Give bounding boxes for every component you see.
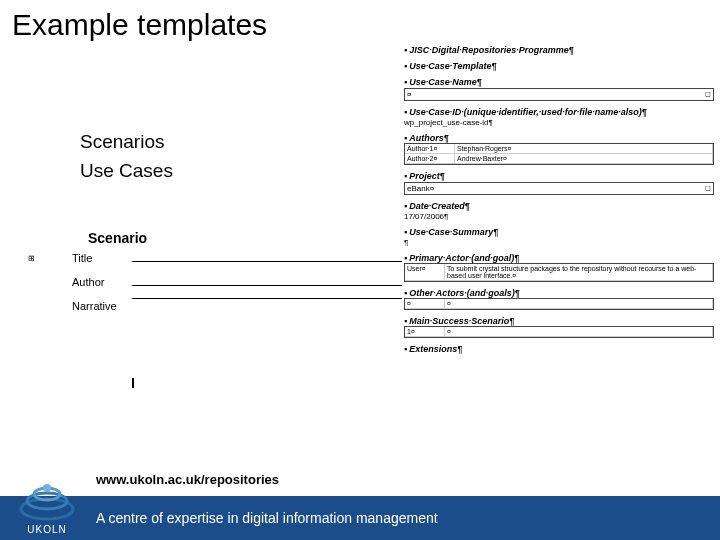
footer-subtitle: A centre of expertise in digital informa… <box>96 510 438 526</box>
table-cell: Stephan·Rogers¤ <box>455 144 713 154</box>
uc-authors-table: Author·1¤ Stephan·Rogers¤ Author·2¤ Andr… <box>404 143 714 165</box>
scenario-template-fragment: Scenario ⊞ Title Author Narrative <box>20 230 410 388</box>
uc-name-field: ¤◻ <box>404 88 714 101</box>
uc-other-actors-table: ¤ ¤ <box>404 298 714 310</box>
footer-blue-band: A centre of expertise in digital informa… <box>0 496 720 540</box>
svg-point-3 <box>43 484 51 492</box>
uc-head-main-scenario: ▪Main·Success·Scenario¶ <box>404 316 714 326</box>
uc-head-primary-actor: ▪Primary·Actor·(and·goal)¶ <box>404 253 714 263</box>
scenario-field-title: Title <box>72 250 132 264</box>
uc-head-name: ▪Use·Case·Name¶ <box>404 77 714 87</box>
uc-head-id: ▪Use·Case·ID·(unique·identifier,·used·fo… <box>404 107 714 117</box>
use-case-template-fragment: ▪JISC·Digital·Repositories·Programme¶ ▪U… <box>404 45 714 360</box>
scenario-heading: Scenario <box>88 230 410 246</box>
uc-head-date: ▪Date·Created¶ <box>404 201 714 211</box>
scenario-field-author: Author <box>72 274 132 288</box>
uc-head-project: ▪Project¶ <box>404 171 714 181</box>
bullet-scenarios: Scenarios <box>80 128 173 157</box>
table-cell: Author·1¤ <box>405 144 455 154</box>
grid-mark-icon: ⊞ <box>20 250 72 263</box>
slide-title-area: Example templates <box>0 0 720 50</box>
uc-project-field: eBank¤◻ <box>404 182 714 195</box>
swirl-icon <box>17 479 77 523</box>
uc-id-value: wp_project_use-case-id¶ <box>404 118 714 127</box>
uc-head-other-actors: ▪Other·Actors·(and·goals)¶ <box>404 288 714 298</box>
uc-main-scenario-table: 1¤ ¤ <box>404 326 714 338</box>
table-cell: ¤ <box>405 299 445 309</box>
uc-head-template: ▪Use·Case·Template¶ <box>404 61 714 71</box>
uc-head-summary: ▪Use·Case·Summary¶ <box>404 227 714 237</box>
scenario-field-narrative: Narrative <box>72 298 132 312</box>
ukoln-logo: UKOLN <box>10 479 84 536</box>
end-cell-icon: ◻ <box>705 90 711 98</box>
scenario-line <box>132 250 402 262</box>
bullet-use-cases: Use Cases <box>80 157 173 186</box>
logo-brand-text: UKOLN <box>10 523 84 536</box>
scenario-line <box>132 274 402 286</box>
uc-summary-value: ¶ <box>404 238 714 247</box>
end-cell-icon: ◻ <box>705 184 711 192</box>
cursor-mark-icon <box>132 378 134 388</box>
table-cell: ¤ <box>445 327 713 337</box>
table-cell: Author·2¤ <box>405 154 455 164</box>
uc-primary-actor-table: User¤ To submit crystal structure packag… <box>404 263 714 282</box>
table-cell: To submit crystal structure packages to … <box>445 264 713 281</box>
uc-head-authors: ▪Authors¶ <box>404 133 714 143</box>
table-cell: 1¤ <box>405 327 445 337</box>
table-cell: Andrew·Baxter¤ <box>455 154 713 164</box>
scenario-line <box>132 298 402 299</box>
slide-title: Example templates <box>12 8 708 42</box>
bullet-list: Scenarios Use Cases <box>80 128 173 185</box>
slide-footer: www.ukoln.ac.uk/repositories A centre of… <box>0 470 720 540</box>
slide-body: Scenarios Use Cases Scenario ⊞ Title Aut… <box>0 50 720 480</box>
uc-head-extensions: ▪Extensions¶ <box>404 344 714 354</box>
uc-date-value: 17/07/2006¶ <box>404 212 714 221</box>
uc-head-programme: ▪JISC·Digital·Repositories·Programme¶ <box>404 45 714 55</box>
footer-url: www.ukoln.ac.uk/repositories <box>96 472 279 487</box>
table-cell: User¤ <box>405 264 445 281</box>
table-cell: ¤ <box>445 299 713 309</box>
